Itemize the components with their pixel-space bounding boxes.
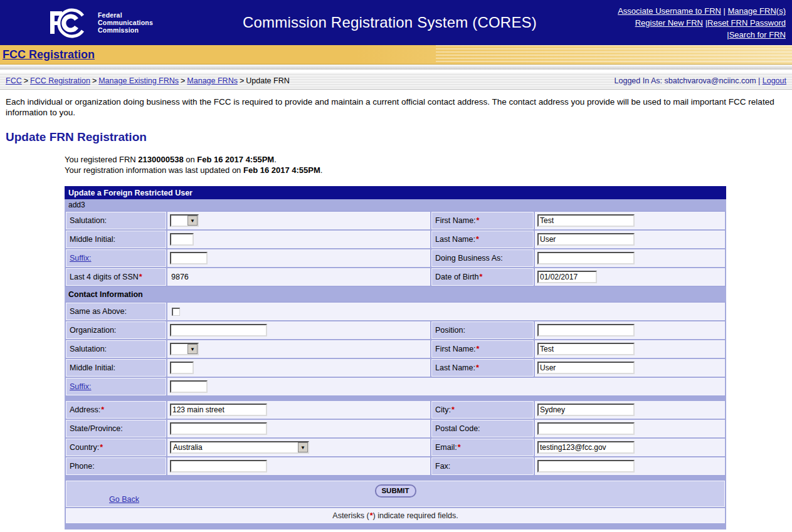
phone-field: [167, 457, 430, 475]
dob-input[interactable]: [537, 271, 597, 283]
contact-middle-initial-input[interactable]: [170, 362, 194, 374]
nav-separator: |: [721, 6, 728, 16]
contact-first-name-input[interactable]: [537, 343, 635, 355]
salutation-label: Salutation:: [66, 212, 166, 229]
reset-frn-password-link[interactable]: Reset FRN Password: [707, 18, 786, 28]
city-input[interactable]: [537, 404, 635, 416]
dba-label: Doing Business As:: [431, 249, 534, 267]
suffix-input[interactable]: [170, 252, 208, 264]
position-field: [535, 321, 725, 339]
postal-code-input[interactable]: [537, 422, 635, 435]
email-input[interactable]: [537, 441, 635, 454]
breadcrumb-fcc[interactable]: FCC: [6, 76, 22, 85]
submit-button[interactable]: SUBMIT: [374, 484, 416, 498]
last-name-input[interactable]: [537, 233, 635, 246]
agency-line-1: Federal: [98, 11, 153, 19]
organization-field: [167, 321, 430, 339]
gold-banner: FCC Registration: [0, 45, 792, 65]
breadcrumb-separator: >: [90, 76, 98, 85]
phone-label: Phone:: [66, 457, 166, 475]
salutation-select[interactable]: ▼: [170, 214, 199, 227]
updated-date: Feb 16 2017 4:55PM: [243, 165, 320, 175]
manage-frns-link[interactable]: Manage FRN(s): [728, 6, 786, 16]
fax-label: Fax:: [431, 457, 534, 475]
required-asterisk: *: [139, 273, 142, 281]
first-name-label: First Name:*: [431, 212, 534, 229]
contact-suffix-field: [167, 378, 725, 395]
header-nav-row3: |Search for FRN: [579, 29, 786, 41]
state-label: State/Province:: [66, 420, 166, 437]
agency-name: Federal Communications Commission: [98, 11, 153, 34]
breadcrumb-current: Update FRN: [246, 76, 289, 85]
contact-suffix-input[interactable]: [170, 380, 208, 393]
contact-last-name-input[interactable]: [537, 362, 635, 374]
last-name-field: [535, 231, 725, 248]
logged-in-as: Logged In As: sbatchvarova@nciinc.com: [615, 76, 756, 85]
city-label: City:*: [431, 401, 534, 419]
contact-salutation-label: Salutation:: [66, 340, 166, 358]
registration-info: You registered FRN 2130000538 on Feb 16 …: [65, 155, 792, 175]
form-subtitle: add3: [65, 199, 726, 211]
reg-line1-mid: on: [184, 155, 198, 164]
logout-link[interactable]: Logout: [763, 76, 786, 85]
contact-salutation-field: ▼: [167, 340, 430, 358]
required-asterisk: *: [458, 443, 461, 452]
chevron-down-icon[interactable]: ▼: [187, 344, 198, 354]
page-title: Update FRN Registration: [6, 130, 792, 144]
breadcrumb-bar: FCC>FCC Registration>Manage Existing FRN…: [0, 73, 792, 90]
breadcrumb-manage-existing-frns[interactable]: Manage Existing FRNs: [98, 76, 179, 85]
fax-input[interactable]: [537, 460, 635, 472]
nav-separator: |: [703, 18, 707, 28]
fcc-logo-block: Federal Communications Commission: [49, 7, 213, 38]
row-middleinitial-lastname: Middle Initial: Last Name:*: [66, 231, 725, 248]
breadcrumb-manage-frns[interactable]: Manage FRNs: [187, 76, 238, 85]
dob-field: [535, 268, 725, 286]
row-ssn-dob: Last 4 digits of SSN* 9876 Date of Birth…: [66, 268, 725, 286]
reg-line1-period: .: [274, 155, 277, 164]
first-name-input[interactable]: [537, 214, 635, 227]
required-asterisk: *: [100, 443, 103, 452]
dba-input[interactable]: [537, 252, 635, 264]
country-label: Country:*: [66, 439, 166, 456]
address-input[interactable]: [170, 404, 267, 416]
reg-line2-prefix: Your registration information was last u…: [65, 165, 243, 175]
organization-input[interactable]: [170, 324, 267, 336]
chevron-down-icon[interactable]: ▼: [187, 216, 198, 226]
chevron-down-icon[interactable]: ▼: [298, 442, 308, 452]
required-asterisk: *: [451, 405, 455, 414]
last-name-label: Last Name:*: [431, 231, 534, 248]
middle-initial-input[interactable]: [170, 233, 194, 246]
postal-code-field: [535, 420, 725, 437]
required-asterisk: *: [101, 405, 104, 414]
go-back-link[interactable]: Go Back: [109, 495, 139, 504]
middle-initial-label: Middle Initial:: [66, 231, 166, 248]
register-new-frn-link[interactable]: Register New FRN: [635, 18, 703, 28]
note-suffix: ) indicate required fields.: [373, 511, 458, 520]
top-header: Federal Communications Commission Commis…: [0, 0, 792, 45]
country-select[interactable]: Australia ▼: [170, 441, 309, 454]
same-as-above-checkbox[interactable]: [172, 308, 180, 316]
salutation-field: ▼: [167, 212, 430, 229]
breadcrumb-separator: >: [179, 76, 187, 85]
same-as-above-label: Same as Above:: [66, 303, 166, 320]
contact-suffix-link[interactable]: Suffix:: [70, 382, 92, 391]
associate-username-link[interactable]: Associate Username to FRN: [618, 6, 721, 16]
row-contact-middleinitial-lastname: Middle Initial: Last Name:*: [66, 359, 725, 377]
contact-last-name-field: [535, 359, 725, 377]
contact-middle-initial-field: [167, 359, 430, 377]
suffix-link[interactable]: Suffix:: [70, 254, 92, 263]
required-fields-note: Asterisks (*) indicate required fields.: [66, 508, 725, 523]
agency-line-2: Communications: [98, 19, 153, 26]
contact-salutation-select[interactable]: ▼: [170, 343, 199, 355]
search-for-frn-link[interactable]: Search for FRN: [729, 30, 786, 39]
fcc-registration-link[interactable]: FCC Registration: [3, 48, 95, 61]
state-input[interactable]: [170, 422, 267, 435]
first-name-field: [535, 212, 725, 229]
breadcrumb-fcc-registration[interactable]: FCC Registration: [30, 76, 90, 85]
contact-information-header: Contact Information: [65, 287, 726, 301]
dob-label: Date of Birth*: [431, 268, 534, 286]
phone-input[interactable]: [170, 460, 267, 472]
position-input[interactable]: [537, 324, 635, 336]
required-asterisk: *: [477, 216, 480, 225]
ssn-field: 9876: [167, 268, 430, 286]
